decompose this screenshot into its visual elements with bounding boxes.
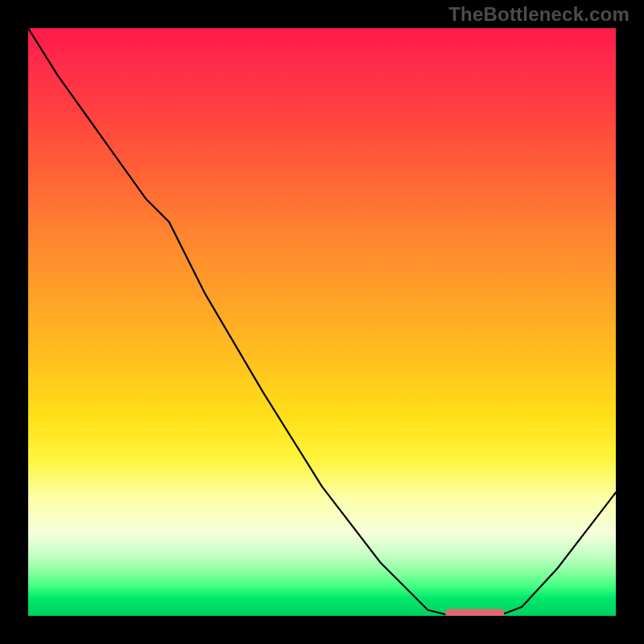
plot-area [28,28,616,616]
chart-svg [28,28,616,616]
chart-frame: TheBottleneck.com [0,0,644,644]
bottleneck-curve [28,28,616,616]
optimal-marker [445,609,504,616]
watermark-text: TheBottleneck.com [448,3,630,26]
